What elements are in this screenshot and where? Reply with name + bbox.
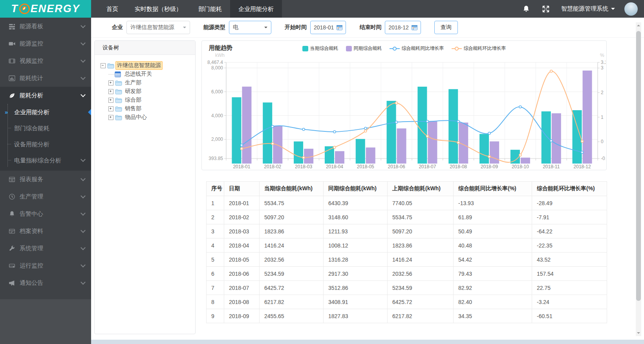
horizontal-scrollbar[interactable] (91, 340, 644, 344)
sidebar-item-8[interactable]: 档案资料 (0, 222, 91, 240)
sidebar-item-6[interactable]: 生产管理 (0, 188, 91, 205)
avatar[interactable] (624, 2, 638, 16)
wrench-icon (8, 245, 15, 252)
logo-flame-icon (19, 4, 30, 14)
tree-node-label[interactable]: 总进线开关 (123, 70, 154, 78)
company-select[interactable]: 许继信息智慧能源 (126, 21, 190, 34)
sidebar-item-11[interactable]: 通知公告 (0, 274, 91, 291)
tree-node[interactable]: 销售部 (101, 104, 195, 113)
tree-node[interactable]: 许继信息智慧能源 (101, 61, 195, 70)
svg-text:2018-07: 2018-07 (419, 164, 436, 169)
svg-text:2018-03: 2018-03 (295, 164, 312, 169)
tree-node-label[interactable]: 物品中心 (123, 113, 148, 122)
sidebar-item-5[interactable]: 报表服务 (0, 171, 91, 188)
sidebar-item-0[interactable]: 能源看板 (0, 18, 91, 35)
chevron-down-icon (80, 280, 86, 285)
tree-expand-icon[interactable] (108, 115, 113, 120)
scrollbar-down-arrow-icon[interactable] (637, 332, 640, 334)
filter-bar: 企业 许继信息智慧能源 能源类型 电 开始时间 2018-01 (91, 18, 644, 38)
table-cell: 1827.83 (324, 309, 388, 323)
end-time-label: 结束时间 (359, 24, 381, 31)
tree-expand-icon[interactable] (108, 106, 113, 111)
tree-root-label[interactable]: 许继信息智慧能源 (115, 61, 163, 70)
sidebar-item-10[interactable]: 运行监控 (0, 257, 91, 274)
app-header: TENERGY 首页实时数据（秒级）部门能耗企业用能分析 智慧能源管理系统 (0, 0, 644, 18)
scrollbar-thumb[interactable] (636, 31, 641, 301)
table-row: 62018-065234.592917.302032.5679.43157.54 (207, 267, 607, 281)
sidebar-item-2[interactable]: 视频监控 (0, 52, 91, 69)
tree-expand-icon[interactable] (108, 89, 113, 94)
sidebar-item-7[interactable]: 告警中心 (0, 205, 91, 222)
svg-text:2018-01: 2018-01 (233, 164, 250, 169)
clock-icon (8, 193, 15, 200)
legend-item-2[interactable]: 综合能耗同比增长率 (390, 45, 444, 52)
start-time-input[interactable]: 2018-01 (310, 21, 346, 34)
sidebar-submenu: »企业用能分析部门综合能耗设备用能分析电量指标综合分析 (0, 104, 91, 171)
nav-tab-2[interactable]: 实时数据（秒级） (126, 0, 190, 18)
query-button[interactable]: 查询 (434, 21, 458, 34)
system-title-dropdown[interactable]: 智慧能源管理系统 (561, 5, 615, 13)
svg-text:kWh: kWh (215, 53, 225, 58)
end-time-input[interactable]: 2018-12 (385, 21, 421, 34)
archive-icon (8, 228, 15, 235)
tree-node[interactable]: 生产部 (101, 78, 195, 87)
svg-text:2: 2 (601, 90, 604, 95)
legend-item-0[interactable]: 当期综合能耗 (302, 45, 338, 52)
leaf-icon (8, 92, 15, 99)
header-right: 智慧能源管理系统 (522, 0, 644, 18)
legend-item-3[interactable]: 综合能耗环比增长率 (452, 45, 506, 52)
nav-tab-3[interactable]: 部门能耗 (190, 0, 230, 18)
nav-tab-4[interactable]: 企业用能分析 (230, 0, 282, 18)
tree-node-label[interactable]: 综合部 (123, 96, 143, 104)
tree-node-label[interactable]: 研发部 (123, 87, 143, 96)
tree-node[interactable]: 研发部 (101, 87, 195, 96)
sidebar-menu: 能源看板能源监控视频监控能耗统计能耗分析»企业用能分析部门综合能耗设备用能分析电… (0, 18, 91, 291)
tree-node[interactable]: 总进线开关 (101, 70, 195, 78)
table-cell: 2018-04 (224, 238, 260, 253)
table-cell: 157.54 (532, 267, 607, 281)
logo-text-t: T (11, 3, 18, 15)
svg-text:2018-08: 2018-08 (450, 164, 467, 169)
notification-bell-icon[interactable] (522, 5, 531, 13)
table-cell: 1316.28 (324, 253, 388, 267)
sidebar-subitem-3[interactable]: 电量指标综合分析 (0, 152, 91, 168)
sidebar-subitem-0[interactable]: »企业用能分析 (0, 104, 91, 120)
sidebar-subitem-1[interactable]: 部门综合能耗 (0, 120, 91, 136)
start-time-label: 开始时间 (285, 24, 307, 31)
film-icon (8, 57, 15, 64)
table-cell: -13.93 (454, 196, 532, 210)
sidebar-item-9[interactable]: 系统管理 (0, 240, 91, 257)
tree-node[interactable]: 综合部 (101, 96, 195, 104)
tree-expand-icon[interactable] (108, 98, 113, 103)
svg-text:3.23: 3.23 (601, 60, 606, 65)
legend-label: 当期综合能耗 (310, 45, 338, 52)
table-cell: 3 (207, 224, 224, 238)
tree-node-label[interactable]: 生产部 (123, 78, 143, 87)
tree-node-label[interactable]: 销售部 (123, 104, 143, 113)
table-cell: 5097.20 (388, 224, 454, 238)
sidebar-subitem-2[interactable]: 设备用能分析 (0, 136, 91, 152)
sidebar-item-1[interactable]: 能源监控 (0, 35, 91, 52)
legend-item-1[interactable]: 同期综合能耗 (346, 45, 382, 52)
vertical-scrollbar[interactable] (636, 22, 641, 336)
report-icon (8, 176, 15, 183)
energy-type-select[interactable]: 电 (229, 21, 271, 34)
table-cell: 2018-02 (224, 210, 260, 224)
scrollbar-up-arrow-icon[interactable] (637, 25, 640, 26)
tree-node[interactable]: 物品中心 (101, 113, 195, 122)
tree-expand-icon[interactable] (108, 80, 113, 86)
sidebar-item-label: 能源监控 (20, 40, 81, 47)
chart-legend: 当期综合能耗同期综合能耗综合能耗同比增长率综合能耗环比增长率 (202, 45, 606, 52)
table-cell: 6217.82 (260, 295, 324, 309)
top-nav: 首页实时数据（秒级）部门能耗企业用能分析 (98, 0, 282, 18)
caret-down-icon (611, 8, 615, 12)
sidebar-subitem-label: 电量指标综合分析 (14, 157, 61, 164)
nav-tab-1[interactable]: 首页 (98, 0, 126, 18)
fullscreen-icon[interactable] (542, 5, 550, 13)
sidebar-item-4[interactable]: 能耗分析 (0, 87, 91, 104)
sidebar-item-3[interactable]: 能耗统计 (0, 69, 91, 87)
table-cell: 82.92 (454, 281, 532, 295)
table-cell: 2018-06 (224, 267, 260, 281)
table-row: 82018-086217.823408.916425.7282.40-3.24 (207, 295, 607, 309)
tree-collapse-icon[interactable] (101, 63, 106, 68)
